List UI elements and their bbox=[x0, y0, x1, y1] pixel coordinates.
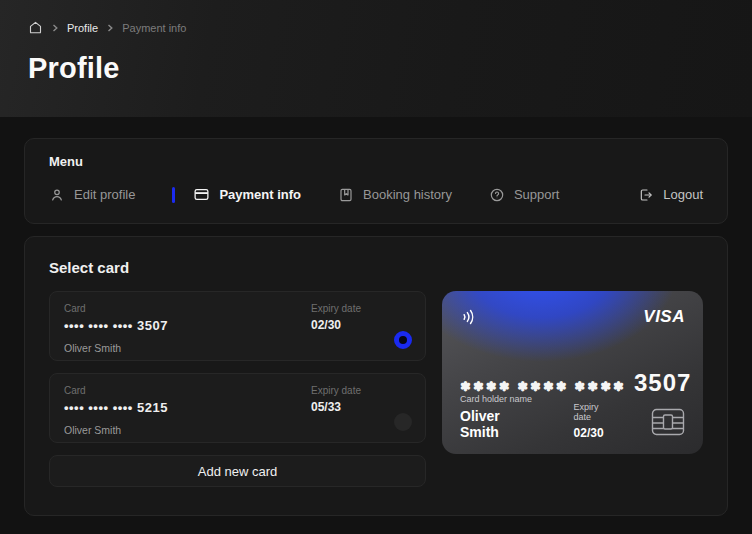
card-number-masked: ✽✽✽✽ ✽✽✽✽ ✽✽✽✽ bbox=[460, 379, 626, 394]
logout-button[interactable]: Logout bbox=[638, 187, 703, 203]
expiry-label: Expiry date bbox=[574, 402, 617, 422]
user-icon bbox=[49, 187, 65, 203]
card-label: Card bbox=[64, 303, 311, 314]
tab-label: Edit profile bbox=[74, 187, 135, 202]
page-header: Profile Payment info Profile bbox=[0, 0, 752, 117]
logout-icon bbox=[638, 187, 654, 203]
select-card-heading: Select card bbox=[49, 259, 703, 276]
card-holder-name: Oliver Smith bbox=[64, 342, 311, 354]
chip-icon bbox=[651, 408, 685, 440]
tab-support[interactable]: Support bbox=[489, 187, 560, 203]
bookmark-icon bbox=[338, 187, 354, 203]
chevron-right-icon bbox=[106, 24, 114, 32]
breadcrumb: Profile Payment info bbox=[28, 20, 724, 35]
masked-card-number: •••• •••• •••• 5215 bbox=[64, 400, 311, 415]
visa-logo: VISA bbox=[643, 307, 685, 327]
credit-card-preview: VISA ✽✽✽✽ ✽✽✽✽ ✽✽✽✽ 3507 Card holder nam… bbox=[442, 291, 703, 454]
card-radio-selected[interactable] bbox=[394, 331, 412, 349]
card-number-last4: 3507 bbox=[634, 369, 691, 397]
card-row-5215[interactable]: Card •••• •••• •••• 5215 Oliver Smith Ex… bbox=[49, 373, 426, 443]
main-content: Menu Edit profile Payment info bbox=[0, 138, 752, 516]
help-circle-icon bbox=[489, 187, 505, 203]
card-list: Card •••• •••• •••• 3507 Oliver Smith Ex… bbox=[49, 291, 426, 487]
expiry-value: 02/30 bbox=[311, 318, 411, 332]
contactless-icon bbox=[460, 307, 482, 331]
tab-label: Support bbox=[514, 187, 560, 202]
active-tab-indicator bbox=[172, 187, 175, 203]
card-holder-name: Oliver Smith bbox=[64, 424, 311, 436]
tab-label: Booking history bbox=[363, 187, 452, 202]
breadcrumb-profile[interactable]: Profile bbox=[67, 22, 98, 34]
chevron-right-icon bbox=[51, 24, 59, 32]
masked-card-number: •••• •••• •••• 3507 bbox=[64, 318, 311, 333]
menu-heading: Menu bbox=[49, 154, 703, 169]
logout-label: Logout bbox=[663, 187, 703, 202]
breadcrumb-payment-info: Payment info bbox=[122, 22, 186, 34]
tab-edit-profile[interactable]: Edit profile bbox=[49, 187, 135, 203]
expiry-value: 02/30 bbox=[574, 426, 617, 440]
menu-panel: Menu Edit profile Payment info bbox=[24, 138, 728, 224]
tab-label: Payment info bbox=[219, 187, 301, 202]
expiry-label: Expiry date bbox=[311, 385, 411, 396]
add-new-card-button[interactable]: Add new card bbox=[49, 455, 426, 487]
select-card-panel: Select card Card •••• •••• •••• 3507 Oli… bbox=[24, 236, 728, 516]
page-title: Profile bbox=[28, 52, 724, 85]
tab-booking-history[interactable]: Booking history bbox=[338, 187, 452, 203]
credit-card-icon bbox=[193, 186, 210, 203]
home-icon[interactable] bbox=[28, 20, 43, 35]
card-row-3507[interactable]: Card •••• •••• •••• 3507 Oliver Smith Ex… bbox=[49, 291, 426, 361]
tab-payment-info[interactable]: Payment info bbox=[172, 186, 301, 203]
card-label: Card bbox=[64, 385, 311, 396]
expiry-label: Expiry date bbox=[311, 303, 411, 314]
card-radio-unselected[interactable] bbox=[394, 413, 412, 431]
holder-label: Card holder name bbox=[460, 394, 540, 404]
menu-tabs: Edit profile Payment info bbox=[49, 186, 703, 203]
card-number: ✽✽✽✽ ✽✽✽✽ ✽✽✽✽ 3507 bbox=[460, 369, 691, 397]
expiry-value: 05/33 bbox=[311, 400, 411, 414]
holder-value: Oliver Smith bbox=[460, 408, 540, 440]
